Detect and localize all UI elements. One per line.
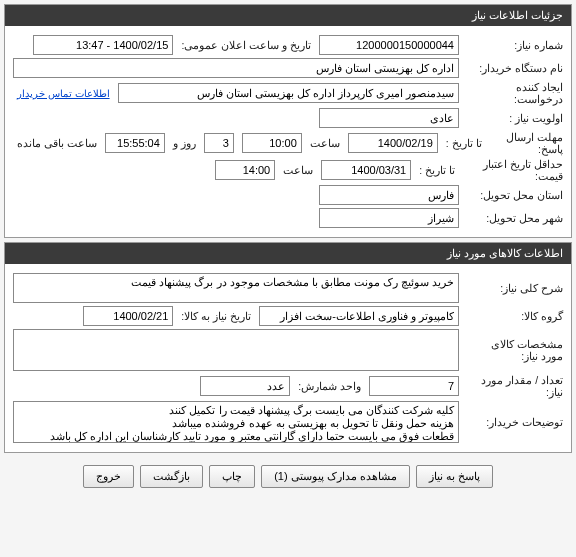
need-date-label: تاریخ نیاز به کالا:	[177, 310, 255, 322]
city-label: شهر محل تحویل:	[463, 212, 563, 224]
time-label-2: ساعت	[279, 164, 317, 176]
goods-group-label: گروه کالا:	[463, 310, 563, 322]
need-details-header: جزئیات اطلاعات نیاز	[5, 5, 571, 26]
min-credit-until-label: تا تاریخ :	[415, 164, 459, 176]
announce-label: تاریخ و ساعت اعلان عمومی:	[177, 39, 315, 51]
buyer-contact-link[interactable]: اطلاعات تماس خریدار	[13, 88, 114, 99]
attachments-button[interactable]: مشاهده مدارک پیوستی (1)	[261, 465, 410, 488]
general-desc-field[interactable]	[13, 273, 459, 303]
exit-button[interactable]: خروج	[83, 465, 134, 488]
buyer-org-field[interactable]	[13, 58, 459, 78]
days-and-label: روز و	[169, 137, 200, 149]
qty-field[interactable]	[369, 376, 459, 396]
min-credit-label: حداقل تاریخ اعتبار قیمت:	[463, 158, 563, 182]
qty-label: تعداد / مقدار مورد نیاز:	[463, 374, 563, 398]
row-goods-group: گروه کالا: تاریخ نیاز به کالا:	[13, 306, 563, 326]
goods-spec-label: مشخصات کالای مورد نیاز:	[463, 338, 563, 362]
respond-button[interactable]: پاسخ به نیاز	[416, 465, 493, 488]
goods-info-header: اطلاعات کالاهای مورد نیاز	[5, 243, 571, 264]
row-buyer-org: نام دستگاه خریدار:	[13, 58, 563, 78]
unit-label: واحد شمارش:	[294, 380, 365, 392]
row-deadline: مهلت ارسال پاسخ: تا تاریخ : ساعت روز و س…	[13, 131, 563, 155]
priority-label: اولویت نیاز :	[463, 112, 563, 124]
row-priority: اولویت نیاز :	[13, 108, 563, 128]
min-credit-date-field[interactable]	[321, 160, 411, 180]
row-requester: ایجاد کننده درخواست: اطلاعات تماس خریدار	[13, 81, 563, 105]
need-no-field[interactable]	[319, 35, 459, 55]
row-province: استان محل تحویل:	[13, 185, 563, 205]
time-label-1: ساعت	[306, 137, 344, 149]
goods-group-field[interactable]	[259, 306, 459, 326]
print-button[interactable]: چاپ	[209, 465, 255, 488]
deadline-time-field[interactable]	[242, 133, 302, 153]
priority-field[interactable]	[319, 108, 459, 128]
remain-label: ساعت باقی مانده	[13, 137, 101, 149]
general-desc-label: شرح کلی نیاز:	[463, 282, 563, 294]
city-field[interactable]	[319, 208, 459, 228]
province-field[interactable]	[319, 185, 459, 205]
need-details-panel: جزئیات اطلاعات نیاز شماره نیاز: تاریخ و …	[4, 4, 572, 238]
buyer-notes-field[interactable]	[13, 401, 459, 443]
goods-info-panel: اطلاعات کالاهای مورد نیاز شرح کلی نیاز: …	[4, 242, 572, 453]
button-bar: پاسخ به نیاز مشاهده مدارک پیوستی (1) چاپ…	[0, 457, 576, 496]
province-label: استان محل تحویل:	[463, 189, 563, 201]
buyer-org-label: نام دستگاه خریدار:	[463, 62, 563, 74]
need-no-label: شماره نیاز:	[463, 39, 563, 51]
back-button[interactable]: بازگشت	[140, 465, 203, 488]
deadline-label: مهلت ارسال پاسخ:	[490, 131, 563, 155]
min-credit-time-field[interactable]	[215, 160, 275, 180]
days-remain-field[interactable]	[204, 133, 234, 153]
until-label: تا تاریخ :	[442, 137, 486, 149]
goods-info-body: شرح کلی نیاز: گروه کالا: تاریخ نیاز به ک…	[5, 264, 571, 452]
row-general-desc: شرح کلی نیاز:	[13, 273, 563, 303]
announce-field[interactable]	[33, 35, 173, 55]
row-buyer-notes: توضیحات خریدار:	[13, 401, 563, 443]
requester-label: ایجاد کننده درخواست:	[463, 81, 563, 105]
row-need-no: شماره نیاز: تاریخ و ساعت اعلان عمومی:	[13, 35, 563, 55]
buyer-notes-label: توضیحات خریدار:	[463, 416, 563, 428]
time-remain-field[interactable]	[105, 133, 165, 153]
requester-field[interactable]	[118, 83, 459, 103]
row-city: شهر محل تحویل:	[13, 208, 563, 228]
need-date-field[interactable]	[83, 306, 173, 326]
need-details-body: شماره نیاز: تاریخ و ساعت اعلان عمومی: نا…	[5, 26, 571, 237]
row-min-credit: حداقل تاریخ اعتبار قیمت: تا تاریخ : ساعت	[13, 158, 563, 182]
deadline-date-field[interactable]	[348, 133, 438, 153]
goods-spec-field[interactable]	[13, 329, 459, 371]
row-qty: تعداد / مقدار مورد نیاز: واحد شمارش:	[13, 374, 563, 398]
row-goods-spec: مشخصات کالای مورد نیاز:	[13, 329, 563, 371]
unit-field[interactable]	[200, 376, 290, 396]
